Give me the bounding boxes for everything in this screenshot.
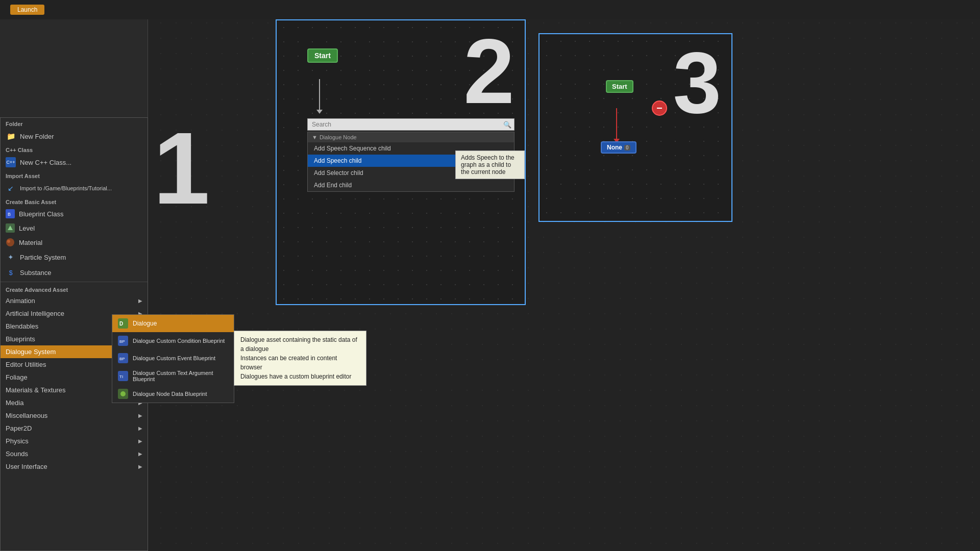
svg-point-16 bbox=[120, 391, 126, 396]
level-icon bbox=[6, 223, 15, 233]
material-item[interactable]: Material bbox=[1, 235, 148, 249]
physics-item[interactable]: Physics ▶ bbox=[1, 435, 148, 447]
event-icon: BP bbox=[117, 353, 129, 364]
red-arrow bbox=[616, 108, 617, 139]
particle-icon: ✦ bbox=[6, 252, 16, 262]
start-node-3: Start bbox=[606, 80, 633, 93]
svg-text:BP: BP bbox=[119, 357, 125, 361]
top-bar: Launch bbox=[0, 0, 980, 19]
cpp-section-label: C++ Class bbox=[1, 144, 148, 155]
new-folder-item[interactable]: 📁 New Folder bbox=[1, 129, 148, 144]
graph-arrow bbox=[319, 79, 320, 110]
node-data-icon bbox=[117, 388, 129, 399]
arrow-icon: ▶ bbox=[138, 464, 142, 469]
dropdown-header: ▼ Dialogue Node bbox=[308, 132, 514, 142]
svg-text:B: B bbox=[8, 212, 11, 217]
svg-text:D: D bbox=[119, 321, 123, 327]
level-item[interactable]: Level bbox=[1, 221, 148, 235]
arrow-icon: ▶ bbox=[138, 413, 142, 418]
svg-point-4 bbox=[6, 238, 14, 246]
graph-panel-2: 2 Start 🔍 ▼ Dialogue Node Add Speech Seq… bbox=[276, 19, 526, 305]
arrow-icon: ▶ bbox=[138, 451, 142, 457]
cpp-icon: C++ bbox=[6, 157, 16, 167]
arrow-icon: ▶ bbox=[138, 425, 142, 431]
graph-search-container[interactable]: 🔍 bbox=[307, 118, 514, 131]
folder-section-label: Folder bbox=[1, 118, 148, 129]
dialogue-text-item[interactable]: TI Dialogue Custom Text Argument Bluepri… bbox=[112, 367, 234, 385]
folder-icon: 📁 bbox=[6, 131, 16, 141]
substance-item[interactable]: $ Substance bbox=[1, 265, 148, 280]
dialogue-tooltip: Dialogue asset containing the static dat… bbox=[234, 331, 366, 386]
start-node: Start bbox=[307, 48, 338, 63]
divider1 bbox=[1, 282, 148, 282]
search-icon: 🔍 bbox=[503, 121, 511, 129]
animation-item[interactable]: Animation ▶ bbox=[1, 294, 148, 307]
svg-text:BP: BP bbox=[119, 339, 125, 344]
speech-child-tooltip: Adds Speech to the graph as a child to t… bbox=[455, 151, 525, 179]
search-input[interactable] bbox=[307, 118, 514, 131]
blueprint-class-item[interactable]: B Blueprint Class bbox=[1, 207, 148, 221]
arrow-icon: ▶ bbox=[138, 438, 142, 444]
condition-icon: BP bbox=[117, 335, 129, 346]
none-node: None 0 bbox=[601, 141, 636, 154]
new-cpp-item[interactable]: C++ New C++ Class... bbox=[1, 155, 148, 170]
badge-0: 0 bbox=[624, 145, 630, 151]
dialogue-event-item[interactable]: BP Dialogue Custom Event Blueprint bbox=[112, 349, 234, 367]
launch-button[interactable]: Launch bbox=[10, 5, 44, 15]
sounds-item[interactable]: Sounds ▶ bbox=[1, 447, 148, 460]
create-advanced-section-label: Create Advanced Asset bbox=[1, 284, 148, 294]
number-2: 2 bbox=[463, 26, 514, 117]
dialogue-item[interactable]: D Dialogue bbox=[112, 315, 234, 332]
miscellaneous-item[interactable]: Miscellaneous ▶ bbox=[1, 409, 148, 422]
graph-panel-3: 3 Start None 0 bbox=[538, 33, 732, 222]
dialogue-icon: D bbox=[117, 318, 129, 329]
user-interface-item[interactable]: User Interface ▶ bbox=[1, 460, 148, 473]
import-icon: ↙ bbox=[6, 183, 16, 193]
arrow-icon: ▶ bbox=[138, 298, 142, 304]
number-1: 1 bbox=[153, 117, 210, 219]
blueprint-icon: B bbox=[6, 209, 15, 218]
submenu-panel: D Dialogue BP Dialogue Custom Condition … bbox=[112, 314, 234, 403]
sidebar-header-area bbox=[0, 19, 148, 119]
create-basic-section-label: Create Basic Asset bbox=[1, 196, 148, 207]
number-3: 3 bbox=[673, 39, 721, 126]
add-end-child-item[interactable]: Add End child bbox=[308, 179, 514, 191]
red-connector bbox=[652, 101, 667, 116]
substance-icon: $ bbox=[6, 267, 16, 278]
import-item[interactable]: ↙ Import to /Game/Blueprints/Tutorial... bbox=[1, 181, 148, 196]
import-section-label: Import Asset bbox=[1, 170, 148, 181]
paper2d-item[interactable]: Paper2D ▶ bbox=[1, 422, 148, 435]
dialogue-node-data-item[interactable]: Dialogue Node Data Blueprint bbox=[112, 385, 234, 403]
collapse-icon: ▼ bbox=[312, 134, 317, 140]
dialogue-condition-item[interactable]: BP Dialogue Custom Condition Blueprint bbox=[112, 332, 234, 349]
particle-system-item[interactable]: ✦ Particle System bbox=[1, 249, 148, 265]
svg-point-5 bbox=[7, 240, 10, 243]
material-icon bbox=[6, 238, 15, 247]
text-arg-icon: TI bbox=[117, 370, 129, 382]
svg-text:TI: TI bbox=[119, 374, 123, 379]
